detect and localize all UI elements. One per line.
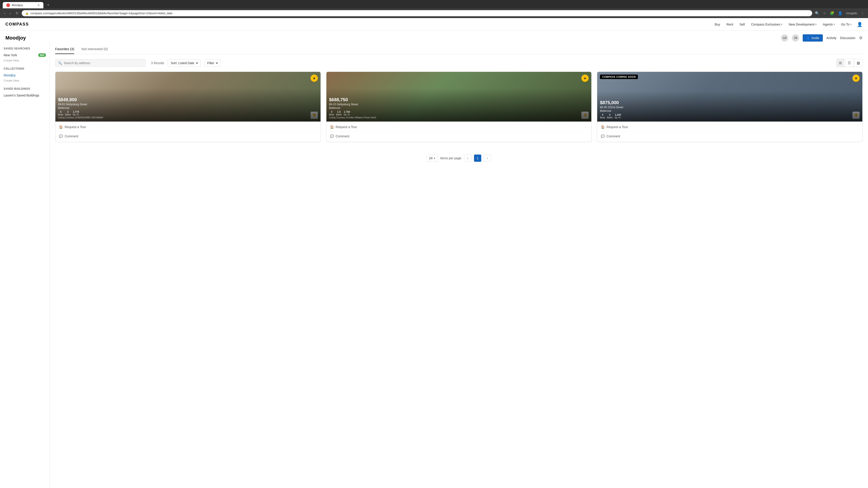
tour-icon-2: 🏠: [330, 125, 334, 129]
search-input[interactable]: [64, 61, 143, 65]
extensions-icon[interactable]: 🧩: [829, 10, 835, 16]
view-toggle: ⊞ ☰ ▦: [836, 59, 863, 67]
comment-button-1[interactable]: 💬 Comment: [59, 133, 317, 139]
sidebar-item-new-york[interactable]: New York 600: [4, 53, 46, 58]
saved-searches-title: Saved Searches: [4, 47, 46, 50]
search-box[interactable]: 🔍: [55, 59, 146, 67]
card-specs-3: 4 Beds 2 Baths 1,268 Sq. Ft.: [600, 113, 860, 119]
nav-go-to[interactable]: Go To ▾: [841, 23, 851, 26]
tab-favorites[interactable]: Favorites (3): [55, 45, 74, 54]
card-overlay-2: $688,750 89-15 Gettysburg Street Bellero…: [327, 88, 592, 122]
collection-title: Moodjoy: [5, 35, 26, 41]
settings-icon[interactable]: ⚙: [859, 35, 863, 40]
card-image-2[interactable]: ★ 👎 $688,750 89-15 Gettysburg Street Bel…: [327, 72, 592, 122]
forward-button[interactable]: ›: [8, 10, 12, 16]
tabs: Favorites (3) Not Interested (0): [55, 45, 863, 54]
card-divider-1: [59, 131, 317, 132]
agents-chevron: ▾: [834, 23, 835, 26]
tour-icon-3: 🏠: [601, 125, 604, 129]
property-card: ★ 👎 $688,750 89-15 Gettysburg Street Bel…: [326, 72, 592, 142]
url-text: compass.com/app/collection/6603139a94bce…: [31, 11, 809, 15]
saved-buildings-title: Saved Buildings: [4, 87, 46, 90]
sidebar: Saved Searches New York 600 Create New C…: [0, 41, 50, 488]
menu-icon[interactable]: ⋮: [860, 10, 865, 16]
search-extension-icon[interactable]: 🔍: [814, 10, 820, 16]
card-actions-3: 🏠 Request a Tour 💬 Comment: [597, 122, 862, 142]
card-divider-2: [330, 131, 588, 132]
card-price-3: $875,000: [600, 100, 860, 105]
activity-button[interactable]: Activity: [827, 36, 836, 40]
card-image-3[interactable]: COMPASS COMING SOON ★ 👎 $875,000 86-45 2…: [597, 72, 862, 122]
card-attribution-2: Listing Courtesy of Keller Williams Poin…: [329, 116, 589, 119]
sidebar-item-moodjoy[interactable]: Moodjoy: [4, 72, 46, 78]
prev-page-button[interactable]: ‹: [464, 155, 471, 162]
beds-spec-1: 4 Beds: [58, 110, 63, 116]
property-card: ★ 👎 $849,900 89-01 Gettysburg Street Bel…: [55, 72, 321, 142]
invite-button[interactable]: 👤 Invite: [803, 34, 823, 41]
avatar-js[interactable]: JS: [792, 34, 799, 41]
nav-compass-exclusives[interactable]: Compass Exclusives ▾: [751, 23, 782, 26]
user-icon[interactable]: 👤: [857, 22, 863, 27]
request-tour-button-1[interactable]: 🏠 Request a Tour: [59, 124, 317, 130]
filter-chevron-icon: ▾: [216, 61, 218, 65]
nav-rent[interactable]: Rent: [726, 23, 733, 26]
favorite-star-3[interactable]: ★: [852, 74, 860, 82]
profile-icon[interactable]: 👤: [837, 10, 843, 16]
comment-icon-1: 💬: [59, 134, 63, 138]
next-page-button[interactable]: ›: [484, 155, 491, 162]
card-price-1: $849,900: [58, 97, 318, 102]
map-view-button[interactable]: ▦: [854, 59, 863, 67]
pagination: 24 ▾ Items per page ‹ 1 ›: [55, 149, 863, 167]
create-new-collection[interactable]: Create New: [4, 78, 46, 83]
list-view-button[interactable]: ☰: [845, 59, 853, 67]
incognito-label: Incognito: [845, 11, 858, 16]
grid-view-button[interactable]: ⊞: [836, 59, 844, 67]
request-tour-button-3[interactable]: 🏠 Request a Tour: [601, 124, 859, 130]
favorite-star-1[interactable]: ★: [311, 74, 318, 82]
card-attribution-1: Listing Courtesy of BERKSHIRE HATHAWAY: [58, 116, 318, 119]
sort-dropdown[interactable]: Sort: Listed Date ▾: [168, 59, 200, 67]
per-page-select[interactable]: 24 ▾: [427, 155, 438, 162]
favorite-star-2[interactable]: ★: [581, 74, 589, 82]
discussion-button[interactable]: Discussion: [840, 36, 855, 40]
back-button[interactable]: ‹: [3, 10, 6, 16]
bookmark-icon[interactable]: ☆: [822, 10, 827, 16]
nav-buy[interactable]: Buy: [715, 23, 720, 26]
comment-button-3[interactable]: 💬 Comment: [601, 133, 859, 139]
collection-actions: LD JS 👤 Invite Activity Discussion ⚙: [781, 34, 863, 41]
card-specs-2: 3 Beds 1.5 Baths 1,750 Sq. Ft.: [329, 110, 589, 116]
card-specs-1: 4 Beds 2 Baths 1,770 Sq. Ft.: [58, 110, 318, 116]
search-icon: 🔍: [58, 61, 62, 65]
tab-close-button[interactable]: ✕: [37, 4, 40, 7]
new-tab-button[interactable]: +: [45, 2, 51, 8]
main-nav: COMPASS Buy Rent Sell Compass Exclusives…: [0, 18, 868, 31]
comment-button-2[interactable]: 💬 Comment: [330, 133, 588, 139]
comment-icon-2: 💬: [330, 134, 334, 138]
address-bar[interactable]: 🔒 compass.com/app/collection/6603139a94b…: [22, 10, 812, 16]
tab-not-interested[interactable]: Not Interested (0): [81, 45, 108, 54]
page-1-button[interactable]: 1: [474, 155, 481, 162]
baths-spec-1: 2 Baths: [65, 110, 71, 116]
per-page-value: 24: [429, 156, 433, 160]
browser-tab[interactable]: Moodjoy ✕: [3, 2, 43, 8]
tab-favicon: [6, 3, 10, 7]
nav-sell[interactable]: Sell: [739, 23, 745, 26]
card-actions-1: 🏠 Request a Tour 💬 Comment: [55, 122, 320, 142]
card-image-1[interactable]: ★ 👎 $849,900 89-01 Gettysburg Street Bel…: [55, 72, 320, 122]
comment-icon-3: 💬: [601, 134, 604, 138]
beds-spec-2: 3 Beds: [329, 110, 334, 116]
filter-dropdown[interactable]: Filter ▾: [204, 59, 221, 67]
create-new-search[interactable]: Create New: [4, 58, 46, 63]
go-to-chevron: ▾: [850, 23, 851, 26]
sqft-spec-1: 1,770 Sq. Ft.: [72, 110, 79, 116]
per-page-chevron-icon: ▾: [434, 157, 435, 160]
request-tour-button-2[interactable]: 🏠 Request a Tour: [330, 124, 588, 130]
reload-button[interactable]: ↻: [14, 10, 20, 16]
card-neighborhood-3: Bellerose: [600, 109, 860, 112]
compass-exclusives-chevron: ▾: [781, 23, 782, 26]
sidebar-item-laurens-buildings[interactable]: Lauren's Saved Buildings: [4, 93, 46, 98]
avatar-ld[interactable]: LD: [781, 34, 788, 41]
nav-new-development[interactable]: New Development ▾: [789, 23, 816, 26]
nav-agents[interactable]: Agents ▾: [823, 23, 835, 26]
card-neighborhood-2: Bellerose: [329, 106, 589, 109]
